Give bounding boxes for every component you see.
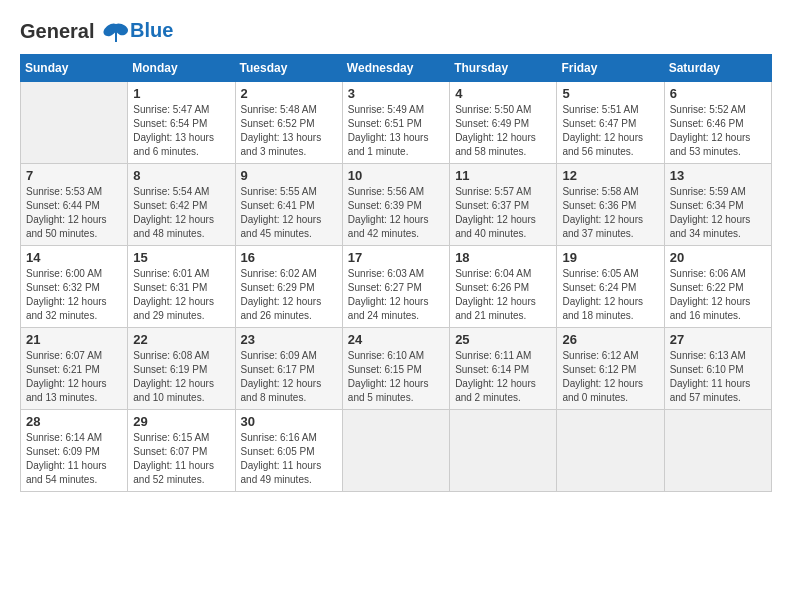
day-info: Sunrise: 6:14 AMSunset: 6:09 PMDaylight:… [26, 431, 122, 487]
day-number: 16 [241, 250, 337, 265]
calendar-cell: 5 Sunrise: 5:51 AMSunset: 6:47 PMDayligh… [557, 81, 664, 163]
calendar-cell: 18 Sunrise: 6:04 AMSunset: 6:26 PMDaylig… [450, 245, 557, 327]
day-number: 17 [348, 250, 444, 265]
day-info: Sunrise: 6:01 AMSunset: 6:31 PMDaylight:… [133, 267, 229, 323]
week-row-2: 7 Sunrise: 5:53 AMSunset: 6:44 PMDayligh… [21, 163, 772, 245]
calendar-cell: 15 Sunrise: 6:01 AMSunset: 6:31 PMDaylig… [128, 245, 235, 327]
header-sunday: Sunday [21, 54, 128, 81]
day-number: 10 [348, 168, 444, 183]
calendar-cell [664, 409, 771, 491]
calendar-cell: 2 Sunrise: 5:48 AMSunset: 6:52 PMDayligh… [235, 81, 342, 163]
day-info: Sunrise: 5:49 AMSunset: 6:51 PMDaylight:… [348, 103, 444, 159]
header-thursday: Thursday [450, 54, 557, 81]
day-number: 18 [455, 250, 551, 265]
calendar-cell [450, 409, 557, 491]
week-row-4: 21 Sunrise: 6:07 AMSunset: 6:21 PMDaylig… [21, 327, 772, 409]
day-info: Sunrise: 5:52 AMSunset: 6:46 PMDaylight:… [670, 103, 766, 159]
day-number: 30 [241, 414, 337, 429]
day-number: 7 [26, 168, 122, 183]
calendar-cell: 25 Sunrise: 6:11 AMSunset: 6:14 PMDaylig… [450, 327, 557, 409]
day-info: Sunrise: 6:09 AMSunset: 6:17 PMDaylight:… [241, 349, 337, 405]
calendar-cell: 7 Sunrise: 5:53 AMSunset: 6:44 PMDayligh… [21, 163, 128, 245]
day-info: Sunrise: 6:12 AMSunset: 6:12 PMDaylight:… [562, 349, 658, 405]
header-saturday: Saturday [664, 54, 771, 81]
calendar-cell: 19 Sunrise: 6:05 AMSunset: 6:24 PMDaylig… [557, 245, 664, 327]
day-number: 12 [562, 168, 658, 183]
calendar-cell: 21 Sunrise: 6:07 AMSunset: 6:21 PMDaylig… [21, 327, 128, 409]
calendar-cell [342, 409, 449, 491]
day-number: 13 [670, 168, 766, 183]
day-number: 8 [133, 168, 229, 183]
day-number: 1 [133, 86, 229, 101]
day-info: Sunrise: 5:53 AMSunset: 6:44 PMDaylight:… [26, 185, 122, 241]
calendar-cell: 10 Sunrise: 5:56 AMSunset: 6:39 PMDaylig… [342, 163, 449, 245]
day-number: 6 [670, 86, 766, 101]
calendar-cell: 11 Sunrise: 5:57 AMSunset: 6:37 PMDaylig… [450, 163, 557, 245]
day-number: 27 [670, 332, 766, 347]
calendar-cell: 16 Sunrise: 6:02 AMSunset: 6:29 PMDaylig… [235, 245, 342, 327]
day-info: Sunrise: 6:08 AMSunset: 6:19 PMDaylight:… [133, 349, 229, 405]
day-number: 24 [348, 332, 444, 347]
calendar-cell: 23 Sunrise: 6:09 AMSunset: 6:17 PMDaylig… [235, 327, 342, 409]
calendar-cell: 28 Sunrise: 6:14 AMSunset: 6:09 PMDaylig… [21, 409, 128, 491]
day-number: 11 [455, 168, 551, 183]
calendar-table: SundayMondayTuesdayWednesdayThursdayFrid… [20, 54, 772, 492]
day-info: Sunrise: 6:10 AMSunset: 6:15 PMDaylight:… [348, 349, 444, 405]
day-info: Sunrise: 6:02 AMSunset: 6:29 PMDaylight:… [241, 267, 337, 323]
logo: General Blue [20, 20, 173, 44]
day-info: Sunrise: 5:47 AMSunset: 6:54 PMDaylight:… [133, 103, 229, 159]
day-info: Sunrise: 5:58 AMSunset: 6:36 PMDaylight:… [562, 185, 658, 241]
day-info: Sunrise: 6:05 AMSunset: 6:24 PMDaylight:… [562, 267, 658, 323]
day-number: 26 [562, 332, 658, 347]
calendar-header-row: SundayMondayTuesdayWednesdayThursdayFrid… [21, 54, 772, 81]
logo-general: General [20, 20, 94, 42]
calendar-cell: 14 Sunrise: 6:00 AMSunset: 6:32 PMDaylig… [21, 245, 128, 327]
day-number: 29 [133, 414, 229, 429]
calendar-cell: 8 Sunrise: 5:54 AMSunset: 6:42 PMDayligh… [128, 163, 235, 245]
day-info: Sunrise: 6:06 AMSunset: 6:22 PMDaylight:… [670, 267, 766, 323]
week-row-3: 14 Sunrise: 6:00 AMSunset: 6:32 PMDaylig… [21, 245, 772, 327]
calendar-cell: 26 Sunrise: 6:12 AMSunset: 6:12 PMDaylig… [557, 327, 664, 409]
day-number: 5 [562, 86, 658, 101]
day-info: Sunrise: 5:59 AMSunset: 6:34 PMDaylight:… [670, 185, 766, 241]
logo-bird-icon [102, 22, 130, 44]
day-info: Sunrise: 5:57 AMSunset: 6:37 PMDaylight:… [455, 185, 551, 241]
calendar-cell: 1 Sunrise: 5:47 AMSunset: 6:54 PMDayligh… [128, 81, 235, 163]
day-info: Sunrise: 5:48 AMSunset: 6:52 PMDaylight:… [241, 103, 337, 159]
day-info: Sunrise: 5:50 AMSunset: 6:49 PMDaylight:… [455, 103, 551, 159]
day-number: 3 [348, 86, 444, 101]
calendar-cell [557, 409, 664, 491]
day-info: Sunrise: 5:51 AMSunset: 6:47 PMDaylight:… [562, 103, 658, 159]
calendar-cell: 30 Sunrise: 6:16 AMSunset: 6:05 PMDaylig… [235, 409, 342, 491]
day-info: Sunrise: 6:00 AMSunset: 6:32 PMDaylight:… [26, 267, 122, 323]
day-number: 20 [670, 250, 766, 265]
day-info: Sunrise: 5:55 AMSunset: 6:41 PMDaylight:… [241, 185, 337, 241]
calendar-cell: 17 Sunrise: 6:03 AMSunset: 6:27 PMDaylig… [342, 245, 449, 327]
day-info: Sunrise: 6:16 AMSunset: 6:05 PMDaylight:… [241, 431, 337, 487]
day-number: 28 [26, 414, 122, 429]
day-info: Sunrise: 5:54 AMSunset: 6:42 PMDaylight:… [133, 185, 229, 241]
calendar-cell: 12 Sunrise: 5:58 AMSunset: 6:36 PMDaylig… [557, 163, 664, 245]
calendar-cell: 22 Sunrise: 6:08 AMSunset: 6:19 PMDaylig… [128, 327, 235, 409]
day-info: Sunrise: 6:07 AMSunset: 6:21 PMDaylight:… [26, 349, 122, 405]
day-number: 22 [133, 332, 229, 347]
calendar-cell: 4 Sunrise: 5:50 AMSunset: 6:49 PMDayligh… [450, 81, 557, 163]
calendar-cell: 13 Sunrise: 5:59 AMSunset: 6:34 PMDaylig… [664, 163, 771, 245]
day-info: Sunrise: 6:03 AMSunset: 6:27 PMDaylight:… [348, 267, 444, 323]
day-number: 2 [241, 86, 337, 101]
day-number: 19 [562, 250, 658, 265]
day-info: Sunrise: 5:56 AMSunset: 6:39 PMDaylight:… [348, 185, 444, 241]
calendar-cell: 20 Sunrise: 6:06 AMSunset: 6:22 PMDaylig… [664, 245, 771, 327]
calendar-cell: 3 Sunrise: 5:49 AMSunset: 6:51 PMDayligh… [342, 81, 449, 163]
week-row-1: 1 Sunrise: 5:47 AMSunset: 6:54 PMDayligh… [21, 81, 772, 163]
day-number: 9 [241, 168, 337, 183]
day-info: Sunrise: 6:04 AMSunset: 6:26 PMDaylight:… [455, 267, 551, 323]
week-row-5: 28 Sunrise: 6:14 AMSunset: 6:09 PMDaylig… [21, 409, 772, 491]
day-info: Sunrise: 6:13 AMSunset: 6:10 PMDaylight:… [670, 349, 766, 405]
logo-blue: Blue [130, 19, 173, 41]
calendar-cell: 9 Sunrise: 5:55 AMSunset: 6:41 PMDayligh… [235, 163, 342, 245]
day-number: 15 [133, 250, 229, 265]
day-number: 4 [455, 86, 551, 101]
calendar-cell: 29 Sunrise: 6:15 AMSunset: 6:07 PMDaylig… [128, 409, 235, 491]
header-tuesday: Tuesday [235, 54, 342, 81]
